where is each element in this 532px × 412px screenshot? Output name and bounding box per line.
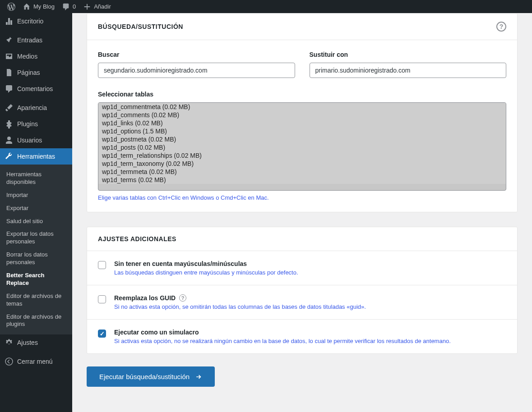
setting-title: Ejecutar como un simulacro xyxy=(114,329,451,336)
menu-comments[interactable]: Comentarios xyxy=(0,81,72,97)
table-option[interactable]: wp1d_term_relationships (0.02 MB) xyxy=(98,151,506,160)
menu-appearance[interactable]: Apariencia xyxy=(0,100,72,116)
table-option[interactable]: wp1d_options (1.5 MB) xyxy=(98,127,506,135)
menu-users[interactable]: Usuarios xyxy=(0,132,72,148)
table-option[interactable]: wp1d_termmeta (0.02 MB) xyxy=(98,168,506,176)
setting-desc: Si activas esta opción, no se realizará … xyxy=(114,338,451,344)
wrench-icon xyxy=(5,152,14,161)
add-new[interactable]: Añadir xyxy=(79,0,115,13)
comments-link[interactable]: 0 xyxy=(58,0,79,13)
setting-row: Reemplaza los GUID?Si no activas esta op… xyxy=(87,285,517,319)
settings-icon xyxy=(5,338,14,347)
svg-point-0 xyxy=(5,358,13,365)
submenu-theme-editor[interactable]: Editor de archivos de temas xyxy=(0,290,72,311)
table-option[interactable]: wp1d_posts (0.02 MB) xyxy=(98,143,506,151)
dashboard-icon xyxy=(5,17,14,26)
tools-submenu: Herramientas disponibles Importar Export… xyxy=(0,165,72,334)
main-content: BÚSQUEDA/SUSTITUCIÓN ? Buscar Sustituir … xyxy=(72,13,532,412)
settings-panel-title: AJUSTES ADICIONALES xyxy=(98,235,176,243)
page-icon xyxy=(5,68,14,77)
media-icon xyxy=(5,52,14,61)
brush-icon xyxy=(5,103,14,112)
wordpress-icon xyxy=(7,3,15,11)
menu-pages[interactable]: Páginas xyxy=(0,64,72,81)
home-icon xyxy=(23,3,31,11)
search-replace-panel: BÚSQUEDA/SUSTITUCIÓN ? Buscar Sustituir … xyxy=(87,13,518,212)
setting-row: Ejecutar como un simulacroSi activas est… xyxy=(87,319,517,353)
help-icon[interactable]: ? xyxy=(496,22,506,32)
replace-label: Sustituir con xyxy=(310,51,507,58)
comments-count: 0 xyxy=(73,3,76,10)
submenu-export-personal[interactable]: Exportar los datos personales xyxy=(0,228,72,248)
submenu-import[interactable]: Importar xyxy=(0,189,72,202)
collapse-icon xyxy=(5,357,14,366)
plugin-icon xyxy=(5,119,14,128)
submenu-better-search-replace[interactable]: Better Search Replace xyxy=(0,269,72,290)
tables-select[interactable]: wp1d_commentmeta (0.02 MB)wp1d_comments … xyxy=(98,102,506,191)
pin-icon xyxy=(5,36,14,45)
setting-title: Reemplaza los GUID? xyxy=(114,294,366,302)
user-icon xyxy=(5,136,14,145)
setting-checkbox[interactable] xyxy=(98,295,106,303)
plus-icon xyxy=(83,3,91,11)
menu-settings[interactable]: Ajustes xyxy=(0,334,72,351)
submenu-export[interactable]: Exportar xyxy=(0,202,72,215)
tables-label: Seleccionar tablas xyxy=(98,91,506,98)
setting-desc: Las búsquedas distinguen entre mayúscula… xyxy=(114,269,298,276)
table-option[interactable]: wp1d_links (0.02 MB) xyxy=(98,119,506,127)
setting-checkbox[interactable] xyxy=(98,261,106,269)
menu-dashboard[interactable]: Escritorio xyxy=(0,13,72,29)
search-panel-title: BÚSQUEDA/SUSTITUCIÓN xyxy=(98,23,183,30)
site-link[interactable]: My Blog xyxy=(19,0,58,13)
menu-media[interactable]: Medios xyxy=(0,48,72,64)
admin-sidebar: Escritorio Entradas Medios Páginas Comen… xyxy=(0,13,72,412)
run-search-replace-button[interactable]: Ejecutar búsqueda/sustitución xyxy=(87,366,215,387)
menu-plugins[interactable]: Plugins xyxy=(0,116,72,132)
run-button-label: Ejecutar búsqueda/sustitución xyxy=(99,373,190,380)
comment-icon xyxy=(62,3,70,11)
setting-row: Sin tener en cuenta mayúsculas/minúscula… xyxy=(87,251,517,285)
admin-topbar: My Blog 0 Añadir xyxy=(0,0,532,13)
menu-tools[interactable]: Herramientas xyxy=(0,148,72,165)
menu-collapse[interactable]: Cerrar menú xyxy=(0,353,72,370)
comment-icon xyxy=(5,84,14,93)
replace-input[interactable] xyxy=(310,63,507,78)
table-option[interactable]: wp1d_comments (0.02 MB) xyxy=(98,111,506,119)
search-label: Buscar xyxy=(98,51,295,58)
setting-title: Sin tener en cuenta mayúsculas/minúscula… xyxy=(114,260,298,267)
arrow-right-icon xyxy=(195,373,202,380)
tables-hint: Elige varias tablas con Ctrl+Clic en Win… xyxy=(98,194,506,201)
menu-posts[interactable]: Entradas xyxy=(0,32,72,48)
info-icon[interactable]: ? xyxy=(179,294,186,302)
submenu-available-tools[interactable]: Herramientas disponibles xyxy=(0,168,72,189)
site-name: My Blog xyxy=(33,3,55,10)
additional-settings-panel: AJUSTES ADICIONALES Sin tener en cuenta … xyxy=(87,227,518,354)
setting-checkbox[interactable] xyxy=(98,330,106,338)
add-label: Añadir xyxy=(94,3,111,10)
table-option[interactable]: wp1d_commentmeta (0.02 MB) xyxy=(98,103,506,111)
setting-desc: Si no activas esta opción, se omitirán t… xyxy=(114,303,366,310)
table-option[interactable]: wp1d_terms (0.02 MB) xyxy=(98,176,506,184)
wp-logo[interactable] xyxy=(4,0,19,13)
submenu-site-health[interactable]: Salud del sitio xyxy=(0,215,72,228)
table-option[interactable]: wp1d_term_taxonomy (0.02 MB) xyxy=(98,160,506,168)
search-input[interactable] xyxy=(98,63,295,78)
submenu-plugin-editor[interactable]: Editor de archivos de plugins xyxy=(0,311,72,331)
table-option[interactable]: wp1d_postmeta (0.02 MB) xyxy=(98,135,506,143)
submenu-erase-personal[interactable]: Borrar los datos personales xyxy=(0,248,72,269)
